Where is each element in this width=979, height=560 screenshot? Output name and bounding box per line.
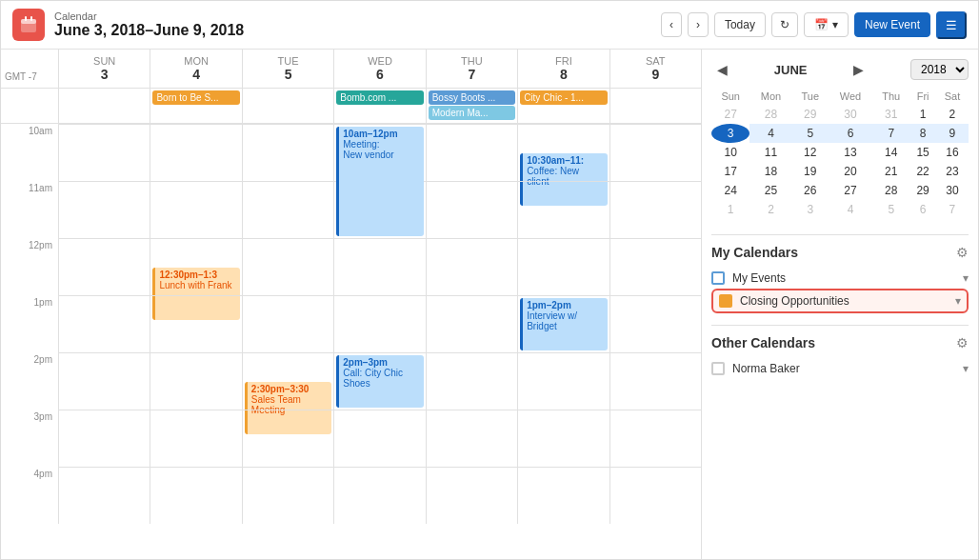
view-selector-button[interactable]: 📅 ▾ xyxy=(804,12,849,37)
mini-day-5[interactable]: 5 xyxy=(792,124,829,143)
mini-day-7[interactable]: 7 xyxy=(872,124,909,143)
cell-thu-12[interactable] xyxy=(426,238,517,295)
mini-day[interactable]: 29 xyxy=(909,181,936,200)
cell-fri-3[interactable] xyxy=(517,410,609,467)
time-grid-scroll[interactable]: 10am 10am–12pm Meeting:New vendor 10:30a… xyxy=(1,124,701,559)
mini-day[interactable]: 3 xyxy=(792,200,829,219)
mini-day-6[interactable]: 6 xyxy=(829,124,872,143)
cell-sat-3[interactable] xyxy=(609,410,701,467)
mini-cal-prev[interactable]: ◀ xyxy=(711,60,733,79)
next-button[interactable]: › xyxy=(688,12,709,37)
cell-tue-12[interactable] xyxy=(242,238,333,295)
mini-day[interactable]: 13 xyxy=(829,143,872,162)
cell-wed-2[interactable]: 2pm–3pm Call: City Chic Shoes xyxy=(333,352,425,410)
my-events-dropdown[interactable]: ▾ xyxy=(963,271,969,285)
cell-tue-4[interactable] xyxy=(242,467,333,524)
mini-day-9[interactable]: 9 xyxy=(936,124,969,143)
event-call-city-chic[interactable]: 2pm–3pm Call: City Chic Shoes xyxy=(336,355,423,408)
cell-sun-10[interactable] xyxy=(58,124,150,181)
mini-day[interactable]: 28 xyxy=(749,105,791,124)
mini-day[interactable]: 22 xyxy=(909,162,936,181)
mini-day[interactable]: 27 xyxy=(711,105,749,124)
mini-day[interactable]: 7 xyxy=(936,200,969,219)
mini-day[interactable]: 21 xyxy=(872,162,909,181)
cell-mon-11[interactable] xyxy=(150,181,241,238)
cell-thu-4[interactable] xyxy=(426,467,517,524)
cell-sun-3[interactable] xyxy=(58,410,150,467)
cell-wed-12[interactable] xyxy=(333,238,425,295)
mini-cal-year-select[interactable]: 2018 xyxy=(910,59,969,80)
refresh-button[interactable]: ↻ xyxy=(771,12,798,37)
event-meeting-new-vendor[interactable]: 10am–12pm Meeting:New vendor xyxy=(336,127,423,236)
mini-day[interactable]: 1 xyxy=(909,105,936,124)
cell-fri-11[interactable] xyxy=(517,181,609,238)
cell-tue-10[interactable] xyxy=(242,124,333,181)
cell-thu-11[interactable] xyxy=(426,181,517,238)
cell-tue-1[interactable] xyxy=(242,295,333,352)
allday-city-chic[interactable]: City Chic - 1... xyxy=(520,90,607,105)
menu-button[interactable]: ☰ xyxy=(936,11,967,39)
prev-button[interactable]: ‹ xyxy=(661,12,682,37)
new-event-button[interactable]: New Event xyxy=(854,12,930,37)
mini-day-8[interactable]: 8 xyxy=(909,124,936,143)
cell-mon-2[interactable] xyxy=(150,352,241,410)
mini-day[interactable]: 15 xyxy=(909,143,936,162)
cell-tue-2[interactable]: 2:30pm–3:30 Sales Team Meeting xyxy=(242,352,333,410)
mini-day[interactable]: 25 xyxy=(749,181,791,200)
mini-day[interactable]: 12 xyxy=(792,143,829,162)
norma-baker-checkbox[interactable] xyxy=(711,362,725,375)
mini-day[interactable]: 20 xyxy=(829,162,872,181)
cell-sun-2[interactable] xyxy=(58,352,150,410)
cell-wed-3[interactable] xyxy=(333,410,425,467)
cell-wed-10[interactable]: 10am–12pm Meeting:New vendor xyxy=(333,124,425,181)
cell-mon-10[interactable] xyxy=(150,124,241,181)
norma-baker-dropdown[interactable]: ▾ xyxy=(963,362,969,375)
cell-fri-2[interactable] xyxy=(517,352,609,410)
mini-day[interactable]: 18 xyxy=(749,162,791,181)
mini-day[interactable]: 6 xyxy=(909,200,936,219)
cell-sat-4[interactable] xyxy=(609,467,701,524)
cell-mon-12[interactable]: 12:30pm–1:3 Lunch with Frank xyxy=(150,238,241,295)
cell-sun-1[interactable] xyxy=(58,295,150,352)
cell-wed-4[interactable] xyxy=(333,467,425,524)
allday-bossy-boots[interactable]: Bossy Boots ... xyxy=(429,90,515,105)
mini-day[interactable]: 5 xyxy=(872,200,909,219)
cell-fri-4[interactable] xyxy=(517,467,609,524)
mini-day[interactable]: 2 xyxy=(936,105,969,124)
allday-modern-ma[interactable]: Modern Ma... xyxy=(429,106,515,120)
mini-day[interactable]: 1 xyxy=(711,200,749,219)
mini-day[interactable]: 31 xyxy=(872,105,909,124)
cell-fri-1[interactable]: 1pm–2pm Interview w/ Bridget xyxy=(517,295,609,352)
mini-day[interactable]: 24 xyxy=(711,181,749,200)
closing-opp-dropdown[interactable]: ▾ xyxy=(955,294,961,308)
cell-fri-12[interactable] xyxy=(517,238,609,295)
mini-day[interactable]: 19 xyxy=(792,162,829,181)
allday-bomb-com[interactable]: Bomb.com ... xyxy=(336,90,423,105)
mini-cal-next[interactable]: ▶ xyxy=(848,60,869,79)
mini-day[interactable]: 28 xyxy=(872,181,909,200)
mini-day[interactable]: 26 xyxy=(792,181,829,200)
cell-sat-1[interactable] xyxy=(609,295,701,352)
my-events-checkbox[interactable] xyxy=(711,271,725,285)
event-interview-bridget[interactable]: 1pm–2pm Interview w/ Bridget xyxy=(520,298,607,350)
cell-mon-1[interactable] xyxy=(150,295,241,352)
cell-thu-2[interactable] xyxy=(426,352,517,410)
mini-day[interactable]: 27 xyxy=(829,181,872,200)
mini-day[interactable]: 23 xyxy=(936,162,969,181)
today-button[interactable]: Today xyxy=(714,12,766,37)
cell-tue-3[interactable] xyxy=(242,410,333,467)
mini-day[interactable]: 10 xyxy=(711,143,749,162)
mini-day[interactable]: 29 xyxy=(792,105,829,124)
other-calendars-settings-button[interactable]: ⚙ xyxy=(956,335,969,350)
cell-mon-4[interactable] xyxy=(150,467,241,524)
cell-wed-1[interactable] xyxy=(333,295,425,352)
mini-day[interactable]: 17 xyxy=(711,162,749,181)
cell-sun-4[interactable] xyxy=(58,467,150,524)
mini-day-3[interactable]: 3 xyxy=(711,124,749,143)
cell-sat-11[interactable] xyxy=(609,181,701,238)
mini-day-4[interactable]: 4 xyxy=(749,124,791,143)
cell-sat-2[interactable] xyxy=(609,352,701,410)
mini-day[interactable]: 14 xyxy=(872,143,909,162)
my-calendars-settings-button[interactable]: ⚙ xyxy=(956,245,969,260)
cell-sun-12[interactable] xyxy=(58,238,150,295)
